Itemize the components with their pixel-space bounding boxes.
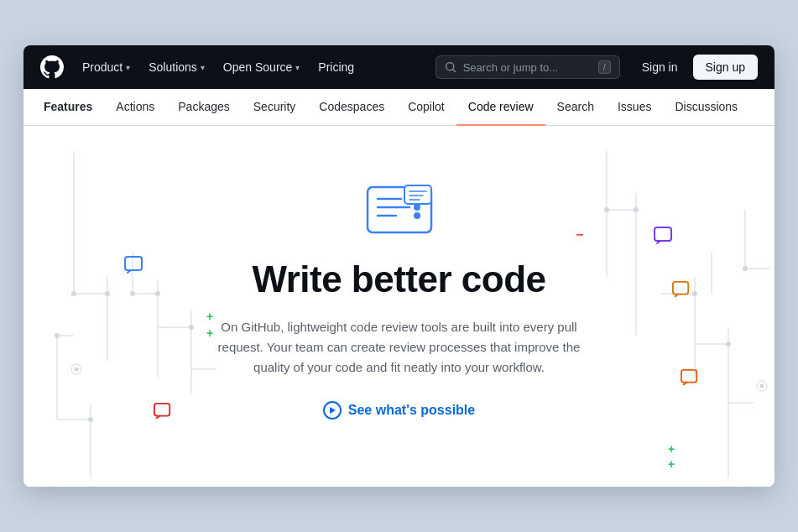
subnav-codespaces[interactable]: Codespaces [307,89,396,126]
chevron-down-icon: ▾ [126,63,130,72]
subnav-features[interactable]: Features [44,89,104,126]
purple-comment-icon [654,227,674,250]
svg-point-55 [414,204,420,211]
nav-open-source[interactable]: Open Source ▾ [215,55,309,79]
svg-point-39 [760,384,764,389]
sub-nav: Features Actions Packages Security Codes… [23,89,775,126]
svg-rect-46 [655,227,671,241]
svg-point-32 [634,207,639,212]
auth-buttons: Sign in Sign up [634,55,758,80]
subnav-issues[interactable]: Issues [606,89,663,126]
top-nav: Product ▾ Solutions ▾ Open Source ▾ Pric… [23,45,775,89]
search-placeholder: Search or jump to... [463,61,592,74]
svg-point-28 [130,291,135,296]
subnav-code-review[interactable]: Code review [456,89,545,126]
chevron-down-icon: ▾ [201,63,205,72]
svg-point-24 [71,291,76,296]
svg-text:+: + [668,442,675,456]
search-shortcut: / [598,60,611,74]
amber-comment-icon [672,281,691,303]
search-icon [445,61,456,73]
svg-rect-47 [673,282,688,295]
github-logo-icon [40,55,64,79]
nav-pricing[interactable]: Pricing [310,55,362,79]
svg-point-56 [414,212,420,219]
blue-comment-icon [124,256,144,279]
sign-up-button[interactable]: Sign up [693,55,758,80]
svg-point-34 [726,342,731,347]
subnav-copilot[interactable]: Copilot [396,89,456,126]
svg-point-30 [189,325,194,330]
red-comment-icon [154,403,172,425]
svg-point-37 [75,368,79,372]
hero-description: On GitHub, lightweight code review tools… [206,317,592,378]
svg-point-31 [604,207,609,212]
svg-point-29 [155,291,160,296]
code-review-icon [366,185,433,235]
svg-rect-48 [681,370,696,383]
subnav-security[interactable]: Security [242,89,308,126]
subnav-packages[interactable]: Packages [166,89,241,126]
hero-content: Write better code On GitHub, lightweight… [206,185,592,420]
hero-section: + + + + − [23,126,775,487]
nav-solutions[interactable]: Solutions ▾ [140,55,213,79]
svg-rect-45 [125,257,142,270]
svg-point-33 [692,291,697,296]
browser-window: Product ▾ Solutions ▾ Open Source ▾ Pric… [23,45,775,487]
svg-point-26 [55,333,60,338]
subnav-actions[interactable]: Actions [104,89,166,126]
play-icon [323,401,342,420]
chevron-down-icon: ▾ [295,63,300,72]
nav-product[interactable]: Product ▾ [74,55,138,79]
subnav-discussions[interactable]: Discussions [663,89,749,126]
cta-see-possible[interactable]: See what's possible [323,401,475,420]
subnav-search[interactable]: Search [545,89,606,126]
svg-point-27 [88,417,93,422]
sign-in-button[interactable]: Sign in [634,55,686,79]
search-bar[interactable]: Search or jump to... / [436,55,620,79]
svg-rect-57 [404,185,431,204]
svg-point-25 [105,291,110,296]
svg-point-35 [743,266,748,271]
svg-rect-49 [154,404,170,416]
hero-title: Write better code [206,258,592,301]
nav-items: Product ▾ Solutions ▾ Open Source ▾ Pric… [74,55,432,79]
svg-text:+: + [668,457,675,471]
orange-comment-icon [681,369,699,391]
